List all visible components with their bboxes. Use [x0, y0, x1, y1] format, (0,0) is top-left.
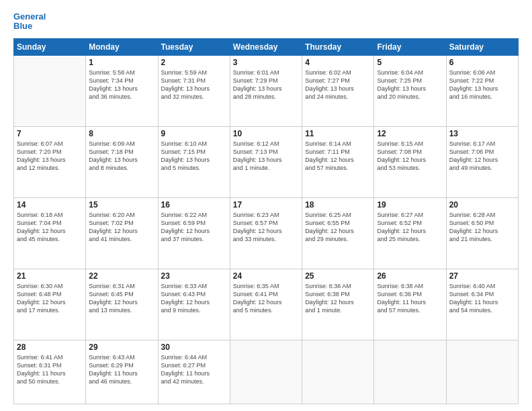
cell-info-text: Sunrise: 6:06 AM Sunset: 7:22 PM Dayligh… [449, 68, 515, 101]
cell-info-text: Sunrise: 6:36 AM Sunset: 6:38 PM Dayligh… [305, 282, 371, 315]
calendar-cell: 9Sunrise: 6:10 AM Sunset: 7:15 PM Daylig… [158, 126, 230, 197]
calendar-cell: 18Sunrise: 6:25 AM Sunset: 6:55 PM Dayli… [302, 197, 374, 269]
cell-day-number: 18 [305, 200, 371, 210]
logo-text: General [13, 12, 46, 21]
cell-info-text: Sunrise: 6:27 AM Sunset: 6:52 PM Dayligh… [377, 211, 443, 244]
cell-day-number: 27 [449, 271, 515, 281]
cell-info-text: Sunrise: 6:23 AM Sunset: 6:57 PM Dayligh… [233, 211, 299, 244]
calendar-cell: 28Sunrise: 6:41 AM Sunset: 6:31 PM Dayli… [14, 340, 86, 404]
cell-day-number: 24 [233, 271, 299, 281]
cell-day-number: 17 [233, 200, 299, 210]
calendar-cell: 5Sunrise: 6:04 AM Sunset: 7:25 PM Daylig… [374, 55, 446, 126]
calendar-cell: 15Sunrise: 6:20 AM Sunset: 7:02 PM Dayli… [86, 197, 158, 269]
calendar-cell: 23Sunrise: 6:33 AM Sunset: 6:43 PM Dayli… [158, 269, 230, 340]
cell-info-text: Sunrise: 5:59 AM Sunset: 7:31 PM Dayligh… [161, 68, 227, 101]
cell-info-text: Sunrise: 6:28 AM Sunset: 6:50 PM Dayligh… [449, 211, 515, 244]
calendar-week-row: 28Sunrise: 6:41 AM Sunset: 6:31 PM Dayli… [14, 340, 519, 404]
cell-day-number: 20 [449, 200, 515, 210]
cell-day-number: 22 [89, 271, 154, 281]
cell-day-number: 21 [17, 271, 83, 281]
cell-day-number: 29 [89, 342, 154, 352]
calendar-cell: 16Sunrise: 6:22 AM Sunset: 6:59 PM Dayli… [158, 197, 230, 269]
cell-info-text: Sunrise: 6:12 AM Sunset: 7:13 PM Dayligh… [233, 140, 299, 173]
cell-day-number: 23 [161, 271, 227, 281]
cell-info-text: Sunrise: 6:41 AM Sunset: 6:31 PM Dayligh… [17, 353, 83, 386]
calendar-cell: 25Sunrise: 6:36 AM Sunset: 6:38 PM Dayli… [302, 269, 374, 340]
cell-day-number: 15 [89, 200, 154, 210]
calendar-cell [302, 340, 374, 404]
cell-info-text: Sunrise: 6:40 AM Sunset: 6:34 PM Dayligh… [449, 282, 515, 315]
calendar-week-row: 1Sunrise: 5:58 AM Sunset: 7:34 PM Daylig… [14, 55, 519, 126]
cell-info-text: Sunrise: 6:17 AM Sunset: 7:06 PM Dayligh… [449, 140, 515, 173]
cell-info-text: Sunrise: 6:01 AM Sunset: 7:29 PM Dayligh… [233, 68, 299, 101]
calendar-cell: 2Sunrise: 5:59 AM Sunset: 7:31 PM Daylig… [158, 55, 230, 126]
calendar-weekday: Wednesday [230, 38, 302, 55]
cell-day-number: 26 [377, 271, 443, 281]
cell-info-text: Sunrise: 6:09 AM Sunset: 7:18 PM Dayligh… [89, 140, 154, 173]
cell-day-number: 10 [233, 129, 299, 138]
logo: General Blue General Blue [13, 12, 46, 32]
calendar-header-row: SundayMondayTuesdayWednesdayThursdayFrid… [14, 38, 519, 55]
calendar-weekday: Saturday [446, 38, 518, 55]
cell-info-text: Sunrise: 6:02 AM Sunset: 7:27 PM Dayligh… [305, 68, 371, 101]
calendar-cell: 17Sunrise: 6:23 AM Sunset: 6:57 PM Dayli… [230, 197, 302, 269]
calendar-cell: 6Sunrise: 6:06 AM Sunset: 7:22 PM Daylig… [446, 55, 518, 126]
cell-day-number: 6 [449, 58, 515, 67]
cell-info-text: Sunrise: 6:38 AM Sunset: 6:36 PM Dayligh… [377, 282, 443, 315]
calendar-cell: 30Sunrise: 6:44 AM Sunset: 6:27 PM Dayli… [158, 340, 230, 404]
calendar-weekday: Tuesday [158, 38, 230, 55]
calendar-weekday: Friday [374, 38, 446, 55]
calendar-cell: 3Sunrise: 6:01 AM Sunset: 7:29 PM Daylig… [230, 55, 302, 126]
calendar-cell: 14Sunrise: 6:18 AM Sunset: 7:04 PM Dayli… [14, 197, 86, 269]
calendar-cell: 10Sunrise: 6:12 AM Sunset: 7:13 PM Dayli… [230, 126, 302, 197]
cell-info-text: Sunrise: 6:31 AM Sunset: 6:45 PM Dayligh… [89, 282, 154, 315]
cell-day-number: 8 [89, 129, 154, 138]
cell-info-text: Sunrise: 6:30 AM Sunset: 6:48 PM Dayligh… [17, 282, 83, 315]
logo-subtext: Blue [13, 21, 46, 31]
calendar-cell: 24Sunrise: 6:35 AM Sunset: 6:41 PM Dayli… [230, 269, 302, 340]
cell-day-number: 14 [17, 200, 83, 210]
cell-info-text: Sunrise: 6:15 AM Sunset: 7:08 PM Dayligh… [377, 140, 443, 173]
calendar-week-row: 7Sunrise: 6:07 AM Sunset: 7:20 PM Daylig… [14, 126, 519, 197]
calendar-weekday: Sunday [14, 38, 86, 55]
page: General Blue General Blue SundayMondayTu… [0, 0, 532, 411]
header: General Blue General Blue [13, 12, 519, 32]
cell-info-text: Sunrise: 6:18 AM Sunset: 7:04 PM Dayligh… [17, 211, 83, 244]
cell-day-number: 2 [161, 58, 227, 67]
calendar-cell: 8Sunrise: 6:09 AM Sunset: 7:18 PM Daylig… [86, 126, 158, 197]
cell-info-text: Sunrise: 5:58 AM Sunset: 7:34 PM Dayligh… [89, 68, 154, 101]
cell-info-text: Sunrise: 6:10 AM Sunset: 7:15 PM Dayligh… [161, 140, 227, 173]
calendar-cell [230, 340, 302, 404]
calendar-weekday: Thursday [302, 38, 374, 55]
cell-info-text: Sunrise: 6:07 AM Sunset: 7:20 PM Dayligh… [17, 140, 83, 173]
calendar-cell: 4Sunrise: 6:02 AM Sunset: 7:27 PM Daylig… [302, 55, 374, 126]
cell-info-text: Sunrise: 6:20 AM Sunset: 7:02 PM Dayligh… [89, 211, 154, 244]
calendar-cell: 27Sunrise: 6:40 AM Sunset: 6:34 PM Dayli… [446, 269, 518, 340]
cell-day-number: 13 [449, 129, 515, 138]
cell-info-text: Sunrise: 6:44 AM Sunset: 6:27 PM Dayligh… [161, 353, 227, 386]
cell-day-number: 9 [161, 129, 227, 138]
cell-day-number: 19 [377, 200, 443, 210]
calendar-cell: 11Sunrise: 6:14 AM Sunset: 7:11 PM Dayli… [302, 126, 374, 197]
calendar-cell: 7Sunrise: 6:07 AM Sunset: 7:20 PM Daylig… [14, 126, 86, 197]
calendar-cell: 21Sunrise: 6:30 AM Sunset: 6:48 PM Dayli… [14, 269, 86, 340]
calendar-table: SundayMondayTuesdayWednesdayThursdayFrid… [13, 38, 519, 404]
cell-day-number: 7 [17, 129, 83, 138]
calendar-weekday: Monday [86, 38, 158, 55]
calendar-cell [374, 340, 446, 404]
cell-day-number: 30 [161, 342, 227, 352]
calendar-cell: 22Sunrise: 6:31 AM Sunset: 6:45 PM Dayli… [86, 269, 158, 340]
cell-info-text: Sunrise: 6:25 AM Sunset: 6:55 PM Dayligh… [305, 211, 371, 244]
cell-day-number: 28 [17, 342, 83, 352]
cell-day-number: 4 [305, 58, 371, 67]
calendar-cell: 26Sunrise: 6:38 AM Sunset: 6:36 PM Dayli… [374, 269, 446, 340]
calendar-cell [14, 55, 86, 126]
cell-day-number: 16 [161, 200, 227, 210]
cell-info-text: Sunrise: 6:43 AM Sunset: 6:29 PM Dayligh… [89, 353, 154, 386]
calendar-cell: 1Sunrise: 5:58 AM Sunset: 7:34 PM Daylig… [86, 55, 158, 126]
calendar-week-row: 14Sunrise: 6:18 AM Sunset: 7:04 PM Dayli… [14, 197, 519, 269]
cell-info-text: Sunrise: 6:14 AM Sunset: 7:11 PM Dayligh… [305, 140, 371, 173]
calendar-cell: 20Sunrise: 6:28 AM Sunset: 6:50 PM Dayli… [446, 197, 518, 269]
cell-day-number: 25 [305, 271, 371, 281]
calendar-week-row: 21Sunrise: 6:30 AM Sunset: 6:48 PM Dayli… [14, 269, 519, 340]
